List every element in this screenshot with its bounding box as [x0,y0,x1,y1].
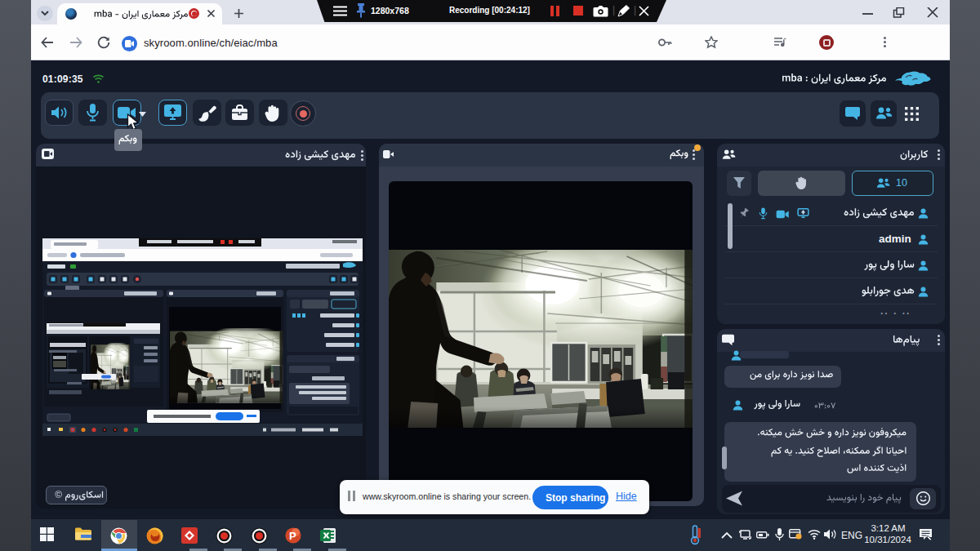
svg-text:P: P [289,530,296,542]
